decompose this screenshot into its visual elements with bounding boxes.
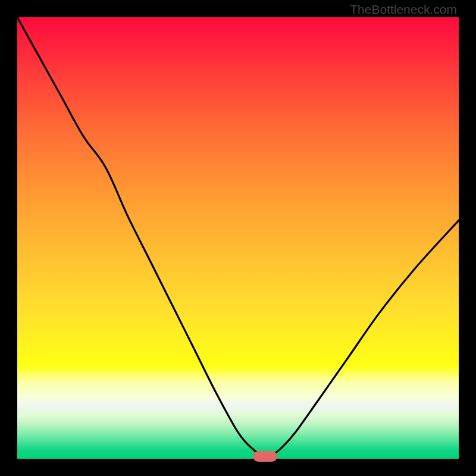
bottleneck-curve: [17, 17, 459, 459]
watermark-text: TheBottleneck.com: [350, 2, 457, 17]
chart-frame: { "watermark": "TheBottleneck.com", "col…: [0, 0, 476, 476]
plot-area: [17, 17, 459, 459]
optimal-marker: [253, 451, 277, 462]
